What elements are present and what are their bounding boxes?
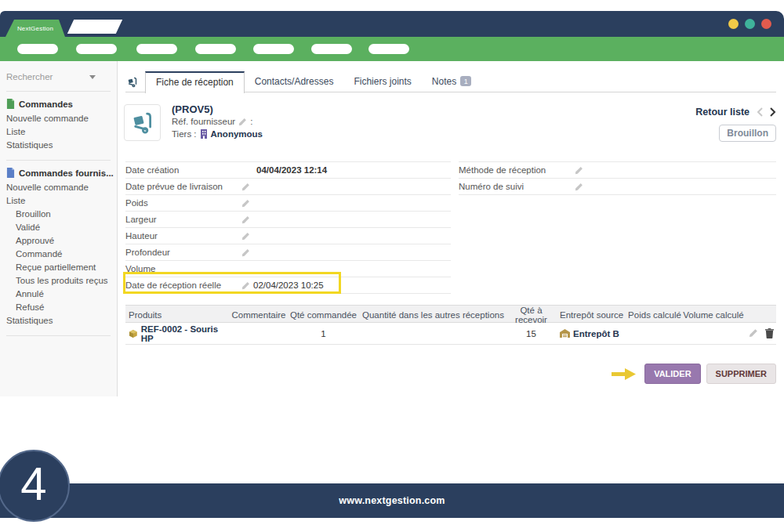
step-number: 4 (20, 461, 46, 511)
field-row-largeur: Largeur (125, 212, 451, 228)
search-input[interactable]: Rechercher (6, 71, 110, 83)
back-to-list-link[interactable]: Retour liste (695, 107, 750, 118)
sidebar-section-commandes[interactable]: Commandes (6, 98, 117, 110)
products-table-header: Produits Commentaire Qté commandée Quant… (125, 305, 776, 323)
menu-pill-7[interactable] (368, 44, 409, 54)
document-green-icon (6, 99, 15, 109)
edit-pencil-icon[interactable] (749, 328, 758, 338)
sidebar-item-nouvelle-commande-fournisseur[interactable]: Nouvelle commande (0, 181, 117, 194)
field-label: Largeur (125, 215, 241, 224)
column-header-qte-a-recevoir: Qté à recevoir (506, 306, 557, 324)
sidebar-item-liste[interactable]: Liste (0, 125, 117, 139)
brand-tab[interactable]: NextGestion (5, 20, 65, 37)
chevron-right-icon[interactable] (770, 107, 776, 117)
edit-pencil-icon[interactable] (238, 118, 247, 126)
edit-pencil-icon[interactable] (241, 232, 250, 241)
menu-pill-3[interactable] (136, 44, 177, 54)
product-box-icon (129, 329, 138, 338)
sidebar-item-valide[interactable]: Validé (0, 221, 117, 234)
tiers-label: Tiers : (172, 128, 197, 140)
warehouse-icon (560, 329, 570, 338)
menu-pill-1[interactable] (17, 44, 58, 54)
warehouse-link[interactable]: Entrepôt B (573, 329, 619, 338)
edit-pencil-icon[interactable] (241, 183, 250, 191)
field-label: Date de réception réelle (125, 280, 241, 290)
screenshot-canvas: NextGestion Rechercher Commandes Nouvell… (0, 0, 784, 532)
sidebar-item-approuve[interactable]: Approuvé (0, 234, 117, 248)
top-menu-bar (0, 37, 784, 61)
edit-pencil-icon[interactable] (575, 183, 583, 191)
edit-pencil-icon[interactable] (241, 199, 250, 208)
brand-name: NextGestion (17, 25, 53, 32)
tab-fiche-de-reception[interactable]: Fiche de réception (145, 71, 245, 93)
menu-pill-5[interactable] (253, 44, 294, 54)
field-label: Hauteur (125, 231, 241, 241)
main-content: Fiche de réception Contacts/Adresses Fic… (118, 61, 784, 437)
handtruck-icon (131, 111, 154, 135)
tab-notes[interactable]: Notes 1 (422, 71, 481, 92)
sidebar-item-statistiques[interactable]: Statistiques (0, 139, 117, 152)
chevron-down-icon (89, 75, 96, 79)
delete-button[interactable]: SUPPRIMER (706, 364, 776, 384)
tab-contacts-adresses[interactable]: Contacts/Adresses (245, 71, 344, 92)
sidebar-item-brouillon[interactable]: Brouillon (0, 208, 117, 221)
sidebar-item-commande[interactable]: Commandé (0, 248, 117, 261)
validate-button[interactable]: VALIDER (644, 364, 700, 384)
field-row-date-prevue: Date prévue de livraison (125, 179, 451, 195)
minimize-dot-icon[interactable] (728, 19, 739, 29)
sidebar-item-annule[interactable]: Annulé (0, 288, 117, 301)
tab-fichiers-joints[interactable]: Fichiers joints (343, 71, 421, 92)
tab-label: Fichiers joints (354, 76, 411, 87)
edit-pencil-icon[interactable] (241, 281, 250, 290)
sidebar-item-refuse[interactable]: Refusé (0, 301, 117, 314)
column-header-entrepot-source: Entrepôt source (557, 310, 627, 320)
column-header-produits: Produits (125, 310, 231, 320)
sidebar-item-tous-les-produits-recus[interactable]: Tous les produits reçus (0, 274, 117, 288)
products-table: Produits Commentaire Qté commandée Quant… (125, 305, 776, 345)
maximize-dot-icon[interactable] (745, 19, 755, 29)
cell-qty-to-receive: 15 (506, 329, 557, 338)
column-header-quantite-autres-receptions: Quantité dans les autres réceptions (361, 310, 506, 320)
menu-pill-6[interactable] (311, 44, 352, 54)
sidebar-item-liste-fournisseur[interactable]: Liste (0, 194, 117, 208)
trash-icon[interactable] (765, 328, 774, 338)
chevron-left-icon[interactable] (757, 107, 763, 117)
close-dot-icon[interactable] (761, 19, 771, 29)
sidebar-divider (6, 335, 111, 336)
tab-label: Fiche de réception (156, 77, 234, 88)
reception-handtruck-icon (127, 77, 138, 91)
field-row-hauteur: Hauteur (125, 228, 451, 244)
banner-text: (PROV5) Réf. fournisseur : Tiers : Anony… (172, 103, 263, 140)
tiers-link[interactable]: Anonymous (211, 128, 263, 140)
document-blue-icon (6, 168, 15, 178)
edit-pencil-icon[interactable] (575, 166, 583, 175)
tab-label: Notes (432, 76, 456, 87)
field-label: Profondeur (125, 248, 241, 257)
field-row-date-reception-reelle: Date de réception réelle 02/04/2023 10:2… (125, 277, 451, 294)
field-label: Numéro de suivi (459, 182, 575, 191)
tab-highlight-shape (67, 20, 122, 34)
annotation-arrow-icon (612, 368, 637, 380)
supplier-ref-suffix: : (250, 115, 252, 128)
menu-pill-4[interactable] (195, 44, 236, 54)
sidebar-section-commandes-fournisseurs[interactable]: Commandes fournis... (6, 167, 117, 179)
object-icon-card (124, 104, 161, 141)
menu-pill-2[interactable] (76, 44, 117, 54)
section-title: Commandes fournis... (19, 168, 114, 178)
product-link[interactable]: REF-0002 - Souris HP (141, 324, 231, 343)
sidebar-item-statistiques-fournisseur[interactable]: Statistiques (0, 314, 117, 328)
field-label: Poids (125, 198, 241, 208)
field-label: Date création (125, 165, 241, 175)
sidebar-item-recue-partiellement[interactable]: Reçue partiellement (0, 261, 117, 274)
field-row-numero-suivi: Numéro de suivi (459, 179, 776, 195)
edit-pencil-icon[interactable] (241, 248, 250, 257)
column-header-volume-calcule: Volume calculé (682, 310, 745, 320)
tab-bar: Fiche de réception Contacts/Adresses Fic… (125, 71, 481, 92)
field-row-volume: Volume (125, 261, 451, 277)
edit-pencil-icon[interactable] (241, 215, 250, 224)
action-buttons: VALIDER SUPPRIMER (612, 364, 776, 384)
sidebar-divider (6, 160, 111, 161)
sidebar-item-nouvelle-commande[interactable]: Nouvelle commande (0, 112, 117, 125)
reception-ref: (PROV5) (172, 103, 263, 115)
sidebar-divider (6, 91, 111, 92)
